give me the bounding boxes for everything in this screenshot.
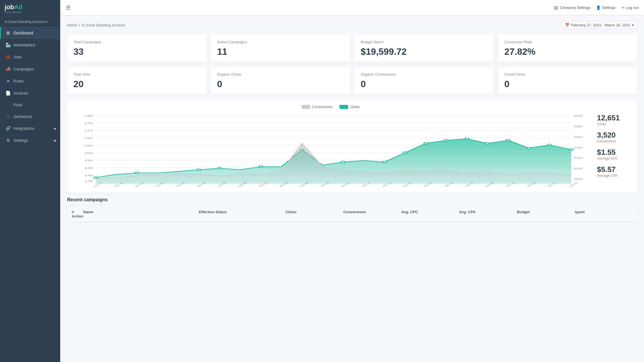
jobs-icon: 💼 — [5, 54, 11, 60]
chart-stat-label-avg-cpc: Average CPC — [597, 156, 631, 161]
table-col-8: spent — [575, 210, 633, 214]
table-col-6: Avg. CPA — [459, 210, 517, 214]
chart-main: Conversions Clicks — [73, 105, 588, 187]
stat-label-total-campaigns: Total Campaigns — [73, 40, 200, 44]
sidebar-item-dashboard[interactable]: ⊞ Dashboard — [0, 27, 60, 39]
stat-value-budget-spent: $19,599.72 — [361, 47, 487, 56]
logo-sub: OPTIMIZE — [5, 11, 56, 14]
svg-text:160: 160 — [84, 144, 93, 147]
chart-stat-avg-cpc: $1.55 Average CPC — [597, 148, 631, 161]
svg-text:540: 540 — [574, 146, 583, 149]
svg-text:170: 170 — [84, 129, 93, 132]
stat-card-conversion-rate: Conversion Rate 27.82% — [498, 34, 637, 62]
svg-text:135: 135 — [84, 179, 93, 183]
table-col-2: Effective Status — [199, 210, 286, 214]
sidebar-item-marketplace[interactable]: 🏪 Marketplace — [0, 39, 60, 51]
person-icon: 👤 — [596, 5, 601, 10]
topbar-left: ☰ — [66, 5, 71, 11]
legend-swatch-conversions — [302, 105, 310, 109]
logout-label: Log out — [626, 5, 638, 10]
nav: ⊞ Dashboard 🏪 Marketplace 💼 Jobs 📣 Campa… — [0, 27, 60, 146]
stat-card-organic-clicks: Organic Clicks 0 — [211, 66, 350, 94]
nav-label-dashboard: Dashboard — [13, 31, 33, 35]
building-icon: 🏢 — [554, 5, 558, 10]
nav-label-definitions: Definitions — [13, 114, 32, 119]
invoices-icon: 📄 — [5, 91, 11, 96]
logout-link[interactable]: ↪ Log out — [621, 5, 638, 10]
settings-link[interactable]: 👤 Settings — [596, 5, 616, 10]
stat-value-total-campaigns: 33 — [73, 47, 200, 56]
stat-label-organic-clicks: Organic Clicks — [217, 72, 344, 77]
breadcrumb-sep: / — [79, 23, 80, 27]
company-settings-link[interactable]: 🏢 Company Settings — [554, 5, 590, 10]
nav-label-jobs: Jobs — [13, 55, 22, 59]
svg-text:150: 150 — [84, 159, 93, 162]
account-selector[interactable]: In Good Standing Account ▾ — [0, 17, 60, 27]
stats-row-2: Total Jobs 20 Organic Clicks 0 Organic C… — [67, 66, 637, 94]
svg-point-42 — [548, 144, 551, 146]
date-range-picker[interactable]: 📅 February 27, 2021 - March 28, 2021 ▾ — [562, 21, 637, 29]
sidebar-item-rules[interactable]: ✦ Rules — [0, 75, 60, 87]
breadcrumb-current: In Good Standing Account — [81, 23, 125, 27]
svg-text:155: 155 — [84, 151, 93, 154]
nav-arrow-settings-icon: ◀ — [53, 139, 56, 142]
sidebar: jobAd OPTIMIZE In Good Standing Account … — [0, 0, 60, 362]
campaigns-icon: 📣 — [5, 66, 11, 72]
stat-card-fraud-clicks: Fraud Clicks 0 — [498, 66, 637, 94]
dashboard-icon: ⊞ — [5, 30, 11, 36]
topbar-right: 🏢 Company Settings 👤 Settings ↪ Log out — [554, 5, 638, 10]
nav-label-integrations: Integrations — [13, 126, 34, 131]
chart-stat-conversions-total: 3,520 Conversions — [597, 131, 631, 143]
rules-icon: ✦ — [5, 79, 11, 84]
svg-text:175: 175 — [84, 122, 93, 125]
svg-point-34 — [383, 161, 386, 163]
stats-row-1: Total Campaigns 33 Active Campaigns 11 B… — [67, 34, 637, 62]
nav-label-invoices: Invoices — [13, 91, 28, 95]
sidebar-item-pixel[interactable]: Pixel — [0, 99, 60, 111]
svg-text:165: 165 — [84, 136, 93, 140]
svg-point-27 — [94, 177, 97, 179]
svg-text:140: 140 — [84, 174, 93, 177]
nav-label-pixel: Pixel — [13, 103, 22, 107]
hamburger-icon[interactable]: ☰ — [66, 5, 71, 11]
chart-stats: 12,651 Clicks 3,520 Conversions $1.55 Av… — [594, 105, 631, 187]
stat-card-budget-spent: Budget Spent $19,599.72 — [354, 34, 493, 62]
chart-legend: Conversions Clicks — [73, 105, 588, 109]
breadcrumb-home[interactable]: Home — [67, 23, 77, 27]
chart-stat-value-avg-cpc: $1.55 — [597, 148, 631, 156]
stat-value-organic-clicks: 0 — [217, 79, 344, 89]
sidebar-item-campaigns[interactable]: 📣 Campaigns — [0, 63, 60, 75]
nav-label-campaigns: Campaigns — [13, 67, 34, 71]
sidebar-item-jobs[interactable]: 💼 Jobs — [0, 51, 60, 63]
campaigns-table: #NameEffective StatusClicksConversionsAv… — [67, 206, 637, 222]
chart-stat-label-conversions-total: Conversions — [597, 139, 631, 143]
recent-campaigns-section: Recent campaigns #NameEffective StatusCl… — [67, 197, 637, 222]
svg-text:520: 520 — [574, 156, 583, 160]
svg-text:180: 180 — [84, 114, 93, 117]
account-name: In Good Standing Account — [5, 20, 44, 24]
company-settings-label: Company Settings — [560, 5, 590, 10]
sidebar-item-definitions[interactable]: □ Definitions — [0, 111, 60, 122]
svg-point-29 — [197, 169, 201, 171]
sidebar-item-settings[interactable]: ⚙ Settings ◀ — [0, 134, 60, 146]
stat-value-total-jobs: 20 — [73, 79, 200, 89]
svg-point-36 — [424, 142, 428, 144]
account-arrow-icon: ▾ — [46, 20, 47, 24]
nav-label-marketplace: Marketplace — [13, 43, 35, 47]
logo-job: job — [5, 3, 14, 11]
sidebar-item-integrations[interactable]: 🔗 Integrations ◀ — [0, 122, 60, 134]
stat-label-conversion-rate: Conversion Rate — [504, 40, 631, 44]
logo-ad: Ad — [14, 3, 22, 11]
nav-arrow-integrations-icon: ◀ — [53, 127, 56, 130]
stat-label-budget-spent: Budget Spent — [361, 40, 487, 44]
chart-stat-label-avg-cpa: Average CPA — [597, 174, 631, 178]
stat-card-organic-conversions: Organic Conversions 0 — [354, 66, 493, 94]
chart-stat-clicks-total: 12,651 Clicks — [597, 114, 631, 126]
legend-label-clicks: Clicks — [350, 105, 360, 109]
definitions-icon: □ — [5, 114, 11, 119]
table-col-0: # — [72, 210, 83, 214]
logout-icon: ↪ — [621, 5, 625, 10]
table-header: #NameEffective StatusClicksConversionsAv… — [67, 206, 637, 222]
legend-swatch-clicks — [339, 105, 348, 109]
sidebar-item-invoices[interactable]: 📄 Invoices — [0, 87, 60, 99]
